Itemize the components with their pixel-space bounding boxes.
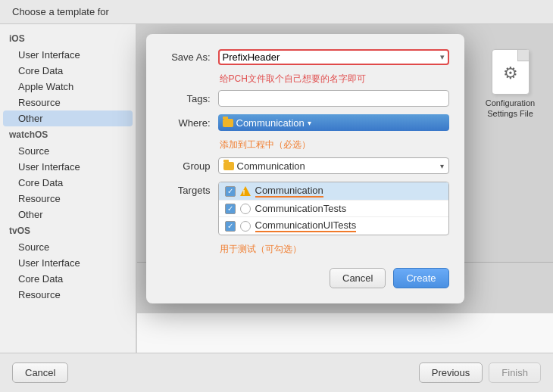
gear-icon: ⚙ — [501, 64, 520, 82]
checkbox-communicationuitests[interactable]: ✓ — [225, 221, 236, 232]
sidebar-item-source-tvos[interactable]: Source — [0, 239, 136, 255]
checkbox-communication[interactable]: ✓ — [225, 186, 236, 197]
where-row: Where: Communication ▾ — [161, 114, 449, 131]
annotation-fortesting: 用于测试（可勾选） — [220, 244, 301, 254]
sidebar-item-core-data-ios[interactable]: Core Data — [0, 63, 136, 79]
config-file-area: ⚙ ConfigurationSettings File — [476, 49, 545, 120]
target-communicationtests-name: CommunicationTests — [255, 203, 347, 214]
circle-icon-tests — [240, 204, 251, 214]
target-row-communication[interactable]: ✓ ! Communication — [219, 182, 448, 201]
save-as-row: Save As: ▾ — [161, 49, 449, 65]
sidebar-section-ios: iOS — [0, 30, 136, 47]
warning-icon: ! — [240, 186, 251, 196]
finish-button[interactable]: Finish — [489, 362, 541, 383]
sidebar-item-user-interface-ios[interactable]: User Interface — [0, 47, 136, 63]
tags-label: Tags: — [161, 93, 218, 104]
checkmark-icon-2: ✓ — [227, 205, 233, 213]
dialog-overlay: Save As: ▾ 给PCH文件取个自己想要的名字即可 T — [137, 24, 553, 313]
folder-icon-where — [223, 119, 233, 127]
sidebar-item-resource-watchos[interactable]: Resource — [0, 191, 136, 207]
sidebar-item-apple-watch[interactable]: Apple Watch — [0, 79, 136, 95]
group-label: Group — [161, 160, 218, 172]
previous-button[interactable]: Previous — [419, 362, 483, 383]
folder-icon-group — [223, 162, 234, 170]
save-as-label: Save As: — [161, 51, 218, 63]
sidebar-item-resource-ios[interactable]: Resource — [0, 95, 136, 110]
target-communication-name: Communication — [255, 185, 323, 198]
sidebar-item-user-interface-tvos[interactable]: User Interface — [0, 255, 136, 271]
where-arrow-icon: ▾ — [308, 119, 311, 127]
config-label: ConfigurationSettings File — [486, 98, 535, 120]
sidebar: iOS User Interface Core Data Apple Watch… — [0, 24, 136, 353]
targets-label: Targets — [161, 182, 218, 196]
bottom-right: Previous Finish — [419, 362, 541, 383]
group-row: Group Communication ▾ — [161, 157, 449, 174]
config-icon-fold — [517, 50, 529, 61]
checkbox-communicationtests[interactable]: ✓ — [225, 204, 236, 214]
main-content: Save As: ▾ 给PCH文件取个自己想要的名字即可 T — [137, 24, 553, 353]
tags-row: Tags: — [161, 90, 449, 107]
where-value: Communication — [236, 117, 305, 129]
sidebar-section-tvos: tvOS — [0, 222, 136, 239]
dialog-create-button[interactable]: Create — [393, 268, 448, 288]
where-select[interactable]: Communication ▾ — [218, 114, 449, 131]
main-window: Choose a template for iOS User Interface… — [0, 0, 553, 392]
group-arrow-icon: ▾ — [440, 162, 444, 170]
save-dialog: Save As: ▾ 给PCH文件取个自己想要的名字即可 T — [146, 34, 464, 303]
annotation-saveas: 给PCH文件取个自己想要的名字即可 — [220, 73, 366, 86]
checkmark-icon-3: ✓ — [227, 222, 233, 230]
sidebar-item-other-ios[interactable]: Other — [3, 110, 133, 126]
save-as-input[interactable] — [223, 51, 437, 63]
annotation-addtoproj: 添加到工程中（必选） — [220, 139, 311, 150]
config-icon: ⚙ — [492, 49, 530, 95]
dialog-cancel-button[interactable]: Cancel — [330, 268, 386, 288]
target-row-communicationuitests[interactable]: ✓ CommunicationUITests — [219, 217, 448, 235]
group-select[interactable]: Communication ▾ — [218, 157, 449, 174]
bottom-left: Cancel — [12, 362, 68, 383]
sidebar-item-user-interface-watchos[interactable]: User Interface — [0, 159, 136, 175]
where-label: Where: — [161, 117, 218, 129]
cancel-button[interactable]: Cancel — [12, 362, 68, 383]
save-as-input-wrap: ▾ — [218, 49, 449, 65]
header-title: Choose a template for — [12, 6, 109, 17]
targets-container: ✓ ! Communication — [218, 182, 449, 235]
content-area: iOS User Interface Core Data Apple Watch… — [0, 24, 553, 353]
target-row-communicationtests[interactable]: ✓ CommunicationTests — [219, 201, 448, 217]
tags-input[interactable] — [218, 90, 449, 107]
targets-row: Targets ✓ ! — [161, 182, 449, 235]
dialog-buttons: Cancel Create — [161, 268, 449, 288]
bottom-bar: Cancel Previous Finish — [0, 353, 553, 392]
circle-icon-uitests — [240, 221, 251, 232]
sidebar-section-watchos: watchOS — [0, 126, 136, 143]
checkmark-icon: ✓ — [227, 188, 233, 195]
target-communicationuitests-name: CommunicationUITests — [255, 219, 357, 232]
sidebar-item-other-watchos[interactable]: Other — [0, 207, 136, 222]
sidebar-item-resource-tvos[interactable]: Resource — [0, 287, 136, 303]
sidebar-item-source-watchos[interactable]: Source — [0, 143, 136, 159]
sidebar-item-core-data-watchos[interactable]: Core Data — [0, 175, 136, 191]
group-value: Communication — [237, 160, 437, 172]
sidebar-item-core-data-tvos[interactable]: Core Data — [0, 271, 136, 287]
save-as-chevron-icon: ▾ — [440, 52, 445, 62]
top-header: Choose a template for — [0, 0, 553, 24]
